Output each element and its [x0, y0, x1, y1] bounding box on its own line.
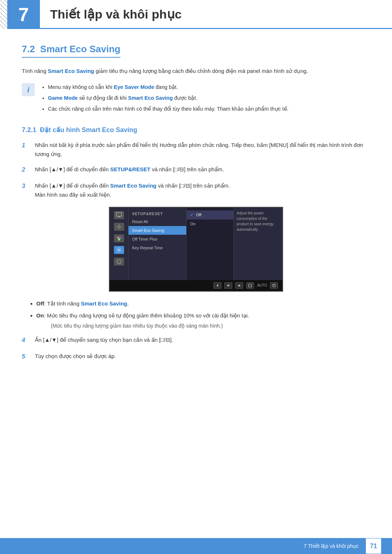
- svg-marker-17: [238, 284, 241, 286]
- note-item-3: Các chức năng có sẵn trên màn hình có th…: [48, 104, 289, 114]
- svg-point-10: [119, 237, 121, 239]
- svg-point-12: [118, 249, 120, 251]
- gear-icon: [114, 246, 124, 254]
- step-2: 2 Nhấn [▲/▼] để di chuyển đến SETUP&RESE…: [22, 165, 370, 175]
- steps-list-2: 4 Ấn [▲/▼] để chuyển sang tùy chọn bạn c…: [22, 335, 370, 362]
- chapter-number-box: 7: [7, 0, 40, 29]
- menu-reset-all: Reset All: [128, 217, 186, 226]
- step-4: 4 Ấn [▲/▼] để chuyển sang tùy chọn bạn c…: [22, 335, 370, 346]
- option-off: Off: Tắt tính năng Smart Eco Saving.: [36, 299, 370, 308]
- chapter-title: Thiết lập và khôi phục: [50, 7, 181, 21]
- svg-point-4: [118, 226, 120, 228]
- setup-reset-bold: SETUP&RESET: [110, 166, 150, 172]
- smart-eco-saving-bold-1: Smart Eco Saving: [48, 68, 94, 74]
- menu-header-label: SETUP&RESET: [128, 210, 186, 217]
- step-3: 3 Nhấn [▲/▼] để di chuyển đến Smart Eco …: [22, 181, 370, 200]
- menu-description: Adjust the power consumption of the prod…: [234, 208, 282, 280]
- chapter-title-box: Thiết lập và khôi phục: [40, 0, 392, 29]
- svg-text:i: i: [119, 260, 120, 264]
- svg-rect-2: [117, 213, 122, 216]
- submenu-panel: ✔ Off On: [187, 208, 234, 280]
- page-footer: 7 Thiết lập và khôi phục 71: [0, 538, 392, 554]
- game-mode-text: Game Mode: [48, 95, 78, 101]
- menu-smart-eco-saving: Smart Eco Saving: [128, 226, 186, 235]
- chapter-header: 7 Thiết lập và khôi phục: [0, 0, 392, 29]
- footer-btn-power: [270, 282, 278, 289]
- footer-btn-left: [213, 282, 221, 289]
- step-5: 5 Tùy chọn được chọn sẽ được áp.: [22, 352, 370, 362]
- note-item-2: Game Mode sẽ tự động tắt đi khi Smart Ec…: [48, 93, 289, 103]
- note-list: Menu này không có sẵn khi Eye Saver Mode…: [41, 82, 289, 115]
- footer-btn-down: [224, 282, 232, 289]
- monitor-menu: i SETUP&RESET Reset All Smart Eco Saving…: [110, 208, 282, 280]
- intro-paragraph: Tính năng Smart Eco Saving giảm tiêu thụ…: [22, 66, 370, 76]
- step-3-subnote: Màn hình sau đây sẽ xuất hiện.: [35, 192, 111, 198]
- option-list: Off: Tắt tính năng Smart Eco Saving. On:…: [22, 299, 370, 331]
- step-1: 1 Nhấn nút bất kỳ ở phía trước sản phẩm …: [22, 140, 370, 159]
- smart-eco-saving-bold-2: Smart Eco Saving: [128, 95, 173, 101]
- color-icon: [114, 234, 124, 242]
- svg-marker-16: [227, 285, 230, 287]
- section-heading: 7.2 Smart Eco Saving: [22, 44, 370, 66]
- svg-point-9: [117, 237, 119, 239]
- monitor-footer: AUTO: [110, 280, 282, 291]
- footer-chapter-label: 7 Thiết lập và khôi phục: [304, 543, 359, 549]
- submenu-off: ✔ Off: [187, 210, 233, 219]
- option-on-label: On: [36, 312, 44, 319]
- info-icon: i: [114, 258, 124, 266]
- menu-icons: i: [110, 208, 128, 280]
- footer-btn-enter: [246, 282, 254, 289]
- smart-eco-saving-bold-3: Smart Eco Saving: [110, 182, 156, 189]
- note-item-1: Menu này không có sẵn khi Eye Saver Mode…: [48, 82, 289, 92]
- monitor-icon: [114, 211, 124, 219]
- chapter-number: 7: [19, 4, 29, 25]
- brightness-icon: [114, 223, 124, 231]
- svg-rect-18: [249, 284, 252, 287]
- svg-point-11: [118, 238, 120, 241]
- option-off-label: Off: [36, 300, 44, 307]
- footer-btn-up: [235, 282, 243, 289]
- main-content: 7.2 Smart Eco Saving Tính năng Smart Eco…: [0, 44, 392, 390]
- svg-marker-15: [217, 284, 218, 287]
- note-box: i Menu này không có sẵn khi Eye Saver Mo…: [22, 82, 370, 115]
- eye-saver-mode-text: Eye Saver Mode: [114, 84, 154, 90]
- section-number-title: 7.2 Smart Eco Saving: [22, 44, 121, 58]
- stripe-decoration: [0, 0, 7, 29]
- footer-page-number: 71: [366, 538, 381, 554]
- monitor-screenshot: i SETUP&RESET Reset All Smart Eco Saving…: [109, 207, 283, 292]
- option-on-subnote: (Mức tiêu thụ năng lượng giảm bao nhiêu …: [44, 322, 370, 331]
- svg-rect-3: [118, 217, 120, 217]
- menu-key-repeat-time: Key Repeat Time: [128, 243, 186, 252]
- main-menu-panel: SETUP&RESET Reset All Smart Eco Saving O…: [128, 208, 187, 280]
- menu-off-timer-plus: Off Timer Plus: [128, 235, 186, 243]
- option-off-smart-eco: Smart Eco Saving: [81, 300, 127, 307]
- steps-list: 1 Nhấn nút bất kỳ ở phía trước sản phẩm …: [22, 140, 370, 200]
- svg-text:i: i: [27, 85, 30, 94]
- note-icon: i: [22, 83, 35, 96]
- option-on: On: Mức tiêu thụ năng lượng sẽ tự động g…: [36, 311, 370, 330]
- submenu-on: On: [187, 219, 233, 228]
- footer-auto-text: AUTO: [257, 283, 267, 287]
- subsection-heading: 7.2.1 Đặt cấu hình Smart Eco Saving: [22, 126, 370, 134]
